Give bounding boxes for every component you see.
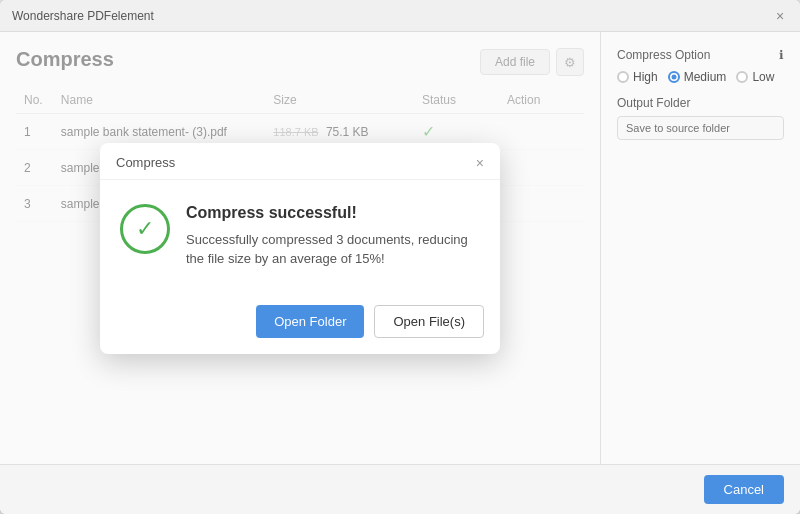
radio-circle — [668, 71, 680, 83]
output-folder-section: Output Folder — [617, 96, 784, 140]
left-panel: Compress Add file ⚙ No. Name Size Status… — [0, 32, 600, 464]
modal-header: Compress × — [100, 143, 500, 180]
compression-option-medium[interactable]: Medium — [668, 70, 727, 84]
modal-success-title: Compress successful! — [186, 204, 480, 222]
modal-success-desc: Successfully compressed 3 documents, red… — [186, 230, 480, 269]
modal-close-button[interactable]: × — [476, 155, 484, 171]
radio-circle — [617, 71, 629, 83]
radio-label: High — [633, 70, 658, 84]
footer: Cancel — [0, 464, 800, 514]
cancel-button[interactable]: Cancel — [704, 475, 784, 504]
output-folder-label: Output Folder — [617, 96, 784, 110]
titlebar: Wondershare PDFelement × — [0, 0, 800, 32]
compress-option-section: Compress Option ℹ HighMediumLow — [617, 48, 784, 84]
radio-circle — [736, 71, 748, 83]
compress-option-header: Compress Option ℹ — [617, 48, 784, 62]
info-icon: ℹ — [779, 48, 784, 62]
modal-body: ✓ Compress successful! Successfully comp… — [100, 180, 500, 293]
modal-overlay: Compress × ✓ Compress successful! Succes… — [0, 32, 600, 464]
right-panel: Compress Option ℹ HighMediumLow Output F… — [600, 32, 800, 464]
open-files-button[interactable]: Open File(s) — [374, 305, 484, 338]
output-folder-input[interactable] — [617, 116, 784, 140]
radio-label: Low — [752, 70, 774, 84]
main-window: Wondershare PDFelement × Compress Add fi… — [0, 0, 800, 514]
compression-level-group: HighMediumLow — [617, 70, 784, 84]
radio-label: Medium — [684, 70, 727, 84]
compression-option-low[interactable]: Low — [736, 70, 774, 84]
open-folder-button[interactable]: Open Folder — [256, 305, 364, 338]
modal-text-block: Compress successful! Successfully compre… — [186, 204, 480, 269]
success-icon: ✓ — [120, 204, 170, 254]
modal-title: Compress — [116, 155, 175, 170]
window-close-button[interactable]: × — [772, 8, 788, 24]
app-title: Wondershare PDFelement — [12, 9, 154, 23]
compression-option-high[interactable]: High — [617, 70, 658, 84]
compress-modal: Compress × ✓ Compress successful! Succes… — [100, 143, 500, 354]
compress-option-label: Compress Option — [617, 48, 710, 62]
modal-footer: Open Folder Open File(s) — [100, 293, 500, 354]
main-content: Compress Add file ⚙ No. Name Size Status… — [0, 32, 800, 464]
